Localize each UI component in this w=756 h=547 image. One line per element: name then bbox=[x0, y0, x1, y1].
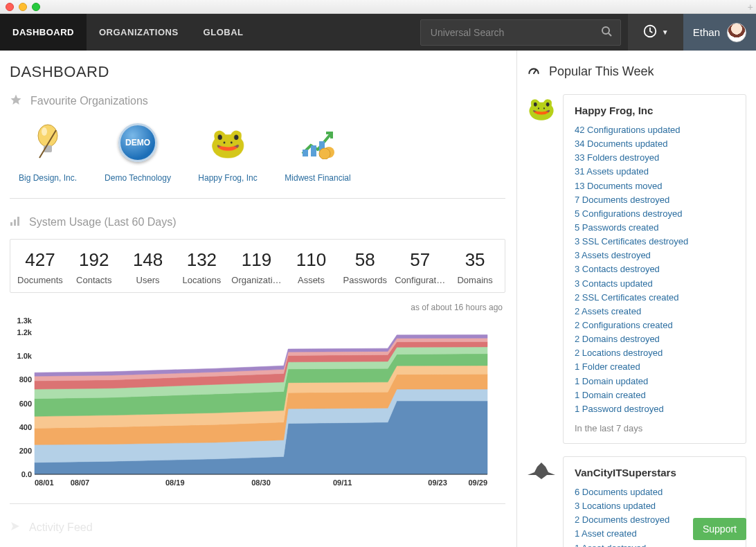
favourite-org[interactable]: 🐸Happy Frog, Inc bbox=[190, 118, 266, 184]
window-close-icon[interactable] bbox=[6, 3, 14, 11]
usage-stat: 58Passwords bbox=[338, 249, 392, 285]
popular-activity-item[interactable]: 2 SSL Certificates created bbox=[575, 291, 735, 305]
popular-activity-item[interactable]: 1 Asset destroyed bbox=[575, 541, 735, 547]
window-titlebar: + bbox=[0, 0, 756, 14]
popular-activity-item[interactable]: 2 Configurations created bbox=[575, 319, 735, 332]
user-avatar-icon bbox=[727, 23, 746, 42]
svg-text:09/23: 09/23 bbox=[428, 478, 447, 487]
popular-activity-item[interactable]: 2 Locations destroyed bbox=[575, 346, 735, 360]
svg-text:1.0k: 1.0k bbox=[17, 352, 33, 360]
usage-stat-value: 57 bbox=[395, 249, 445, 271]
usage-stat-label: Locations bbox=[177, 275, 226, 285]
window-minimize-icon[interactable] bbox=[19, 3, 27, 11]
popular-activity-item[interactable]: 1 Domain updated bbox=[575, 375, 735, 388]
popular-activity-item[interactable]: 3 SSL Certificates destroyed bbox=[575, 235, 735, 249]
popular-activity-item[interactable]: 1 Domain created bbox=[575, 388, 735, 402]
svg-line-31 bbox=[534, 70, 536, 73]
popular-activity-item[interactable]: 42 Configurations updated bbox=[575, 123, 735, 137]
popular-card-avatar-icon: 🐸 bbox=[528, 95, 555, 123]
popular-activity-item[interactable]: 3 Assets destroyed bbox=[575, 249, 735, 262]
popular-card-name[interactable]: Happy Frog, Inc bbox=[575, 105, 735, 116]
svg-point-4 bbox=[42, 127, 47, 136]
popular-activity-item[interactable]: 3 Locations updated bbox=[575, 499, 735, 513]
feed-icon bbox=[10, 521, 21, 535]
svg-text:08/07: 08/07 bbox=[71, 478, 90, 487]
svg-point-0 bbox=[602, 27, 609, 34]
side-panel: Popular This Week 🐸Happy Frog, Inc42 Con… bbox=[516, 51, 756, 547]
page-title: DASHBOARD bbox=[10, 63, 505, 81]
new-tab-icon[interactable]: + bbox=[748, 1, 753, 12]
svg-text:09/29: 09/29 bbox=[468, 478, 487, 487]
favourite-org-label: Midwest Financial bbox=[280, 172, 356, 184]
usage-heading: System Usage (Last 60 Days) bbox=[10, 215, 505, 229]
popular-activity-item[interactable]: 3 Contacts updated bbox=[575, 277, 735, 291]
favourite-org-icon: DEMO bbox=[114, 118, 162, 167]
nav-global[interactable]: GLOBAL bbox=[191, 14, 256, 51]
recent-activity-dropdown[interactable]: ▼ bbox=[628, 14, 683, 51]
popular-activity-item[interactable]: 2 Assets created bbox=[575, 305, 735, 319]
favourite-org[interactable]: DEMODemo Technology bbox=[100, 118, 176, 184]
top-nav: DASHBOARD ORGANIZATIONS GLOBAL ▼ Ethan bbox=[0, 14, 756, 51]
usage-stat-value: 119 bbox=[231, 249, 281, 271]
search-box[interactable] bbox=[420, 19, 621, 46]
popular-activity-item[interactable]: 7 Documents destroyed bbox=[575, 193, 735, 207]
usage-stat-value: 110 bbox=[287, 249, 336, 271]
usage-stat: 427Documents bbox=[13, 249, 67, 285]
usage-stat-label: Configurat… bbox=[395, 275, 445, 285]
gauge-icon bbox=[527, 63, 541, 80]
usage-stat-value: 192 bbox=[70, 249, 118, 271]
svg-rect-8 bbox=[311, 145, 316, 156]
svg-text:0.0: 0.0 bbox=[21, 470, 32, 478]
popular-activity-item[interactable]: 6 Documents updated bbox=[575, 485, 735, 499]
search-input[interactable] bbox=[429, 26, 601, 39]
svg-text:08/19: 08/19 bbox=[165, 478, 185, 487]
usage-stat-label: Organizati… bbox=[231, 275, 281, 285]
star-icon bbox=[10, 93, 22, 109]
window-zoom-icon[interactable] bbox=[32, 3, 40, 11]
search-icon[interactable] bbox=[601, 26, 612, 39]
popular-activity-item[interactable]: 5 Passwords created bbox=[575, 221, 735, 235]
nav-dashboard[interactable]: DASHBOARD bbox=[0, 14, 87, 51]
favourite-org[interactable]: Midwest Financial bbox=[280, 118, 356, 184]
activity-feed-heading: Activity Feed bbox=[10, 521, 505, 535]
usage-stat: 119Organizati… bbox=[228, 249, 284, 285]
popular-cards: 🐸Happy Frog, Inc42 Configurations update… bbox=[527, 94, 746, 547]
bars-icon bbox=[10, 215, 21, 229]
svg-rect-12 bbox=[10, 222, 12, 226]
popular-activity-item[interactable]: 2 Domains destroyed bbox=[575, 332, 735, 346]
popular-activity-item[interactable]: 31 Assets updated bbox=[575, 165, 735, 179]
popular-activity-item[interactable]: 13 Documents moved bbox=[575, 179, 735, 193]
svg-line-1 bbox=[609, 33, 611, 36]
popular-activity-item[interactable]: 1 Password destroyed bbox=[575, 402, 735, 416]
favourite-org[interactable]: Big Design, Inc. bbox=[10, 118, 86, 184]
popular-card-name[interactable]: VanCityITSuperstars bbox=[575, 467, 735, 478]
popular-activity-item[interactable]: 34 Documents updated bbox=[575, 137, 735, 151]
usage-stat-value: 148 bbox=[124, 249, 172, 271]
usage-stat: 132Locations bbox=[174, 249, 228, 285]
popular-card-avatar-icon bbox=[528, 457, 555, 485]
svg-text:08/01: 08/01 bbox=[35, 478, 54, 487]
svg-rect-13 bbox=[14, 219, 16, 226]
user-name-label: Ethan bbox=[693, 26, 720, 38]
usage-stat-label: Passwords bbox=[341, 275, 389, 285]
usage-stat-label: Documents bbox=[16, 275, 64, 285]
activity-feed-text: Activity Feed bbox=[29, 521, 93, 534]
favourite-org-icon bbox=[294, 118, 342, 167]
main-content: DASHBOARD Favourite Organizations Big De… bbox=[0, 51, 516, 547]
usage-stats: 427Documents192Contacts148Users132Locati… bbox=[10, 239, 505, 293]
support-button[interactable]: Support bbox=[693, 518, 746, 540]
usage-stat: 192Contacts bbox=[67, 249, 121, 285]
favourites-heading: Favourite Organizations bbox=[10, 93, 505, 109]
svg-text:400: 400 bbox=[19, 422, 32, 431]
popular-activity-item[interactable]: 1 Folder created bbox=[575, 360, 735, 374]
popular-activity-item[interactable]: 3 Contacts destroyed bbox=[575, 262, 735, 276]
nav-organizations[interactable]: ORGANIZATIONS bbox=[87, 14, 191, 51]
popular-activity-item[interactable]: 5 Configurations destroyed bbox=[575, 207, 735, 221]
chevron-down-icon: ▼ bbox=[662, 28, 669, 36]
usage-stat: 35Domains bbox=[448, 249, 502, 285]
user-menu[interactable]: Ethan bbox=[683, 14, 756, 51]
popular-activity-item[interactable]: 33 Folders destroyed bbox=[575, 151, 735, 165]
usage-stat-value: 58 bbox=[341, 249, 389, 271]
usage-stat: 57Configurat… bbox=[392, 249, 448, 285]
svg-rect-7 bbox=[303, 150, 308, 156]
